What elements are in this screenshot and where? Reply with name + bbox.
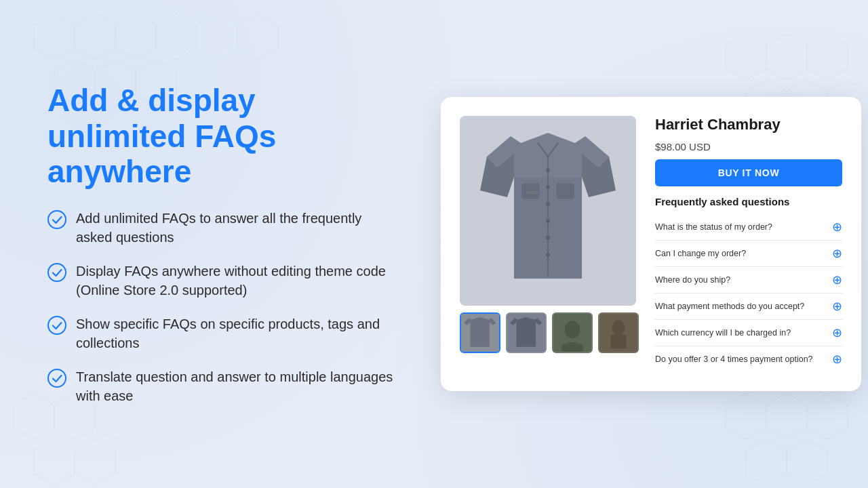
left-section: Add & display unlimited FAQs anywhere Ad… [47,83,400,406]
thumbnail-4[interactable] [598,312,639,353]
main-container: Add & display unlimited FAQs anywhere Ad… [0,0,868,488]
check-icon-3 [47,316,66,335]
svg-rect-38 [557,184,574,199]
svg-point-34 [546,219,550,223]
svg-point-26 [48,264,66,281]
faq-plus-icon-5: ⊕ [832,327,842,339]
faq-question-2: Can I change my order? [655,249,746,258]
svg-point-36 [546,253,550,257]
feature-text-4: Translate question and answer to multipl… [76,367,400,405]
faq-question-6: Do you offer 3 or 4 times payment option… [655,354,813,364]
faq-question-4: What payment methods do you accept? [655,302,804,311]
feature-text-2: Display FAQs anywhere without editing th… [76,262,400,300]
main-title: Add & display unlimited FAQs anywhere [47,83,400,190]
thumbnail-1[interactable] [460,312,500,353]
svg-point-32 [546,185,550,189]
svg-rect-47 [611,335,626,349]
faq-question-5: Which currency will I be charged in? [655,328,791,338]
faq-item-3[interactable]: Where do you ship? ⊕ [655,267,842,293]
check-icon-4 [47,369,66,388]
svg-text:LOGO: LOGO [526,190,538,195]
right-section: LOGO [441,97,861,390]
thumbnail-3[interactable] [552,312,593,353]
svg-point-31 [546,168,550,172]
faq-plus-icon-2: ⊕ [832,247,842,260]
product-name: Harriet Chambray [655,116,842,134]
feature-item-4: Translate question and answer to multipl… [47,367,400,405]
svg-point-25 [48,211,66,228]
faq-plus-icon-1: ⊕ [832,221,842,233]
svg-point-28 [48,369,66,387]
feature-item-3: Show specific FAQs on specific products,… [47,314,400,352]
product-price: $98.00 USD [655,141,842,152]
feature-text-1: Add unlimited FAQs to answer all the fre… [76,209,400,247]
faq-item-1[interactable]: What is the status of my order? ⊕ [655,214,842,241]
product-card: LOGO [441,97,861,390]
feature-item-2: Display FAQs anywhere without editing th… [47,262,400,300]
faq-item-6[interactable]: Do you offer 3 or 4 times payment option… [655,346,842,372]
faq-question-3: Where do you ship? [655,275,730,285]
feature-item-1: Add unlimited FAQs to answer all the fre… [47,209,400,247]
svg-point-46 [612,321,625,336]
faq-item-2[interactable]: Can I change my order? ⊕ [655,241,842,267]
faq-plus-icon-4: ⊕ [832,300,842,312]
thumbnail-row [460,312,639,353]
faq-list: What is the status of my order? ⊕ Can I … [655,214,842,372]
main-product-image: LOGO [460,116,636,306]
features-list: Add unlimited FAQs to answer all the fre… [47,209,400,405]
faq-question-1: What is the status of my order? [655,222,772,232]
svg-point-27 [48,317,66,334]
faq-plus-icon-3: ⊕ [832,274,842,286]
faq-section: Frequently asked questions What is the s… [655,196,842,372]
feature-text-3: Show specific FAQs on specific products,… [76,314,400,352]
svg-point-35 [546,236,550,240]
faq-item-4[interactable]: What payment methods do you accept? ⊕ [655,293,842,320]
svg-point-33 [546,202,550,206]
check-icon-1 [47,210,66,229]
svg-point-43 [565,321,580,339]
card-info: Harriet Chambray $98.00 USD BUY IT NOW F… [655,116,842,371]
faq-plus-icon-6: ⊕ [832,353,842,365]
card-images: LOGO [460,116,639,371]
buy-it-now-button[interactable]: BUY IT NOW [655,159,842,186]
faq-section-title: Frequently asked questions [655,196,842,207]
faq-item-5[interactable]: Which currency will I be charged in? ⊕ [655,320,842,346]
check-icon-2 [47,263,66,282]
thumbnail-2[interactable] [506,312,547,353]
